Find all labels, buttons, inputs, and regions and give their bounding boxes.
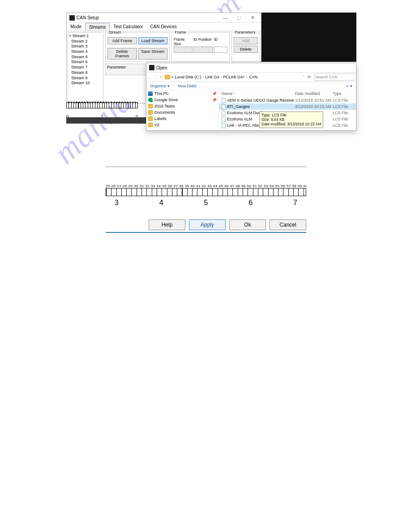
breadcrumb-item[interactable]: Link G4 [206, 75, 219, 79]
tree-item[interactable]: Stream 8 [69, 70, 102, 76]
menu-mode[interactable]: Mode [67, 23, 85, 31]
help-button[interactable]: Help [149, 219, 185, 230]
id-position-combo[interactable] [193, 47, 213, 53]
open-file-dialog: Open ← → ↑ « Local Disk (C:)› Link G4› P… [146, 63, 356, 131]
group-parameters: Parameters Add Delete [231, 32, 260, 62]
col-parameter[interactable]: Parameter [106, 64, 148, 75]
param-delete-button[interactable]: Delete [234, 46, 258, 53]
col-name[interactable]: Name [222, 91, 232, 96]
toolbar-row: Organize ▾ New folder ≡ ▾ [146, 82, 356, 90]
dialog-icon [149, 65, 154, 70]
dialog-title-bar: Open [146, 63, 356, 72]
file-icon [222, 104, 226, 109]
navigation-row: ← → ↑ « Local Disk (C:)› Link G4› PCLink… [146, 72, 356, 82]
breadcrumb-item[interactable]: CAN [249, 75, 257, 79]
window-title: CAN Setup [77, 15, 218, 20]
ok-button[interactable]: Ok [229, 219, 266, 230]
breadcrumb-item[interactable]: Local Disk (C:) [175, 75, 201, 79]
tree-item[interactable]: Stream 9 [69, 76, 102, 81]
tree-item[interactable]: Stream 7 [69, 65, 102, 70]
load-stream-button[interactable]: Load Stream [138, 37, 168, 44]
title-bar: CAN Setup — □ ✕ [67, 13, 261, 23]
nav-item[interactable]: V2 [148, 122, 217, 128]
ruler-ticks [106, 188, 306, 196]
breadcrumb-item[interactable]: PCLink G4+ [223, 75, 245, 79]
cancel-button[interactable]: Cancel [270, 219, 306, 230]
dialog-title: Open [156, 65, 167, 70]
new-folder-button[interactable]: New folder [178, 84, 197, 88]
file-list-pane: Name^ Date modified Type AEM X-Series UE… [219, 90, 356, 130]
folder-icon [148, 110, 153, 115]
view-dropdown-icon[interactable]: ▾ [350, 84, 352, 88]
nav-item[interactable]: 2016 Taxes [148, 103, 217, 109]
col-date[interactable]: Date modified [295, 91, 333, 96]
nav-item[interactable]: Labels [148, 116, 217, 122]
folder-icon [165, 75, 170, 79]
folder-icon [148, 116, 153, 121]
col-type[interactable]: Type [333, 91, 349, 96]
view-icon[interactable]: ≡ [346, 84, 348, 88]
file-row[interactable]: AEM X-Series UEGO Gauge Receive 1/11/201… [219, 97, 356, 103]
group-stream: Stream Add Frame Load Stream Delete Fram… [105, 32, 170, 62]
file-icon [222, 111, 226, 116]
group-label: Stream [107, 30, 122, 34]
search-input[interactable]: Search CAN [314, 73, 354, 81]
pin-icon: 📌 [212, 92, 217, 96]
forward-icon[interactable]: → [154, 75, 158, 79]
sort-asc-icon: ^ [233, 92, 235, 95]
tree-item[interactable]: Stream 5 [69, 55, 102, 60]
dialog-button-row: Help Apply Ok Cancel [106, 219, 306, 233]
apply-button[interactable]: Apply [189, 219, 226, 230]
close-button[interactable]: ✕ [247, 14, 258, 22]
up-icon[interactable]: ↑ [160, 75, 162, 79]
dark-bar [66, 117, 146, 124]
folder-icon [148, 104, 153, 108]
section-ruler-buttons: 25 26 27 28 29 30 31 32 33 34 35 36 37 3… [106, 167, 306, 233]
label-frame-size: Frame Size [174, 37, 193, 46]
nav-item[interactable]: Documents [148, 109, 217, 116]
folder-icon [148, 123, 153, 127]
google-drive-icon [148, 98, 153, 102]
tree-item[interactable]: Stream 3 [69, 44, 102, 49]
file-icon [222, 117, 226, 122]
file-row[interactable]: BTI_Gauges 3/13/2018 10:23 AM LCS File [219, 103, 356, 110]
organize-menu[interactable]: Organize ▾ [150, 84, 170, 88]
ruler-big-numbers: 3 4 5 6 7 [106, 199, 306, 207]
save-stream-button[interactable]: Save Stream [138, 48, 168, 60]
maximize-button[interactable]: □ [233, 14, 245, 22]
nav-item[interactable]: This PC📌 [148, 90, 217, 97]
ruler-small-numbers: 25 26 27 28 29 30 31 32 33 34 35 36 37 3… [106, 184, 306, 188]
tree-item[interactable]: Stream 2 [69, 39, 102, 44]
group-label: Parameters [234, 30, 257, 34]
file-list-header: Name^ Date modified Type [219, 90, 356, 97]
file-tooltip: Type: LCS File Size: 5.04 KB Date modifi… [259, 112, 323, 128]
param-add-button[interactable]: Add [234, 37, 258, 44]
group-label: Frame [174, 30, 187, 34]
delete-frames-button[interactable]: Delete Frames [107, 48, 137, 60]
nav-item[interactable]: Google Drive📌 [148, 97, 217, 103]
tree-item[interactable]: Stream 10 [69, 81, 102, 86]
group-frame: Frame Frame Size ID Position ID [171, 32, 230, 62]
frame-size-combo[interactable] [174, 47, 193, 53]
quick-access-pane: This PC📌 Google Drive📌 2016 Taxes Docume… [146, 90, 219, 130]
id-input[interactable] [214, 47, 227, 53]
refresh-icon[interactable]: ⟳ [308, 75, 311, 79]
file-icon [222, 123, 226, 128]
tree-item[interactable]: Stream 4 [69, 49, 102, 55]
breadcrumb-prefix: « [171, 75, 174, 79]
tree-item[interactable]: Stream 6 [69, 60, 102, 65]
back-icon[interactable]: ← [148, 75, 152, 79]
tree-item[interactable]: > Stream 1 [69, 34, 102, 39]
add-frame-button[interactable]: Add Frame [107, 37, 137, 44]
minimize-button[interactable]: — [220, 14, 231, 22]
label-id-position: ID Position [193, 37, 213, 46]
pc-icon [148, 91, 153, 96]
file-icon [222, 98, 226, 103]
menu-bar: Mode Streams Test Calculator CAN Devices [67, 23, 261, 31]
app-icon [69, 15, 75, 21]
menu-streams[interactable]: Streams [85, 23, 110, 31]
breadcrumb[interactable]: « Local Disk (C:)› Link G4› PCLink G4+› … [165, 75, 300, 79]
divider-line [106, 167, 306, 167]
pin-icon: 📌 [212, 98, 217, 102]
stream-tree[interactable]: > Stream 1 Stream 2 Stream 3 Stream 4 St… [68, 32, 103, 102]
